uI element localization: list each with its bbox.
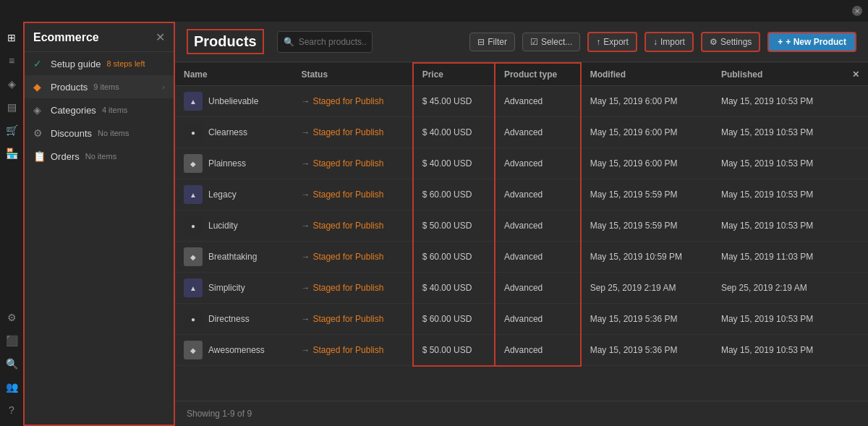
table-container: Name Status Price Product type Modified …: [175, 62, 868, 401]
table-row[interactable]: ▲ Unbelievable → Staged for Publish $ 45…: [175, 86, 868, 117]
table-row[interactable]: ● Clearness → Staged for Publish $ 40.00…: [175, 117, 868, 148]
title-bar: ✕: [0, 0, 868, 22]
search-input[interactable]: [299, 37, 366, 47]
close-button[interactable]: ✕: [852, 6, 862, 16]
iconbar-search[interactable]: 🔍: [1, 354, 22, 374]
sidebar-item-products[interactable]: ◆ Products 9 items ›: [25, 75, 174, 98]
product-name: Lucidity: [208, 221, 238, 231]
table-row[interactable]: ◆ Awesomeness → Staged for Publish $ 50.…: [175, 335, 868, 366]
new-product-button[interactable]: + + New Product: [767, 32, 856, 52]
cell-price: $ 60.00 USD: [413, 179, 495, 210]
cell-status: → Staged for Publish: [292, 242, 412, 273]
sidebar-categories-label: Categories: [51, 105, 96, 116]
table-row[interactable]: ▲ Legacy → Staged for Publish $ 60.00 US…: [175, 179, 868, 210]
products-icon: ◆: [33, 81, 45, 93]
sidebar-item-categories[interactable]: ◈ Categories 4 items: [25, 98, 174, 122]
settings-icon: ⚙: [710, 37, 718, 47]
sidebar-discounts-badge: No items: [98, 129, 129, 137]
plus-icon: +: [778, 37, 783, 47]
select-label: Select...: [541, 37, 572, 47]
sidebar-item-orders[interactable]: 📋 Orders No items: [25, 145, 174, 168]
table-row[interactable]: ● Directness → Staged for Publish $ 60.0…: [175, 304, 868, 335]
import-label: Import: [660, 37, 685, 47]
page-title: Products: [187, 29, 264, 54]
cell-extra: [843, 86, 868, 117]
ecommerce-panel: Ecommerce ✕ ✓ Setup guide 8 steps left ◆…: [23, 22, 175, 426]
chevron-right-icon: ›: [162, 82, 165, 91]
export-label: Export: [603, 37, 629, 47]
arrow-right-icon: →: [301, 221, 310, 231]
cell-modified: May 15, 2019 6:00 PM: [581, 86, 712, 117]
main-content: Products 🔍 ⊟ Filter ☑ Select... ↑ Export…: [175, 22, 868, 426]
export-button[interactable]: ↑ Export: [587, 32, 637, 52]
cell-status: → Staged for Publish: [292, 179, 412, 210]
iconbar-users[interactable]: 👥: [1, 377, 22, 397]
arrow-right-icon: →: [301, 127, 310, 137]
iconbar-settings[interactable]: ⚙: [1, 307, 22, 328]
iconbar-store[interactable]: 🏪: [1, 143, 22, 163]
iconbar-layers[interactable]: ▤: [1, 97, 22, 117]
iconbar-tag[interactable]: ◈: [1, 74, 22, 94]
arrow-right-icon: →: [301, 314, 310, 324]
col-header-name: Name: [175, 63, 292, 86]
sidebar-orders-label: Orders: [51, 151, 80, 162]
cell-published: May 15, 2019 10:53 PM: [712, 86, 843, 117]
cell-status: → Staged for Publish: [292, 335, 412, 366]
table-footer-text: Showing 1-9 of 9: [187, 409, 252, 419]
iconbar-bug[interactable]: ⬛: [1, 331, 22, 351]
import-button[interactable]: ↓ Import: [644, 32, 694, 52]
cell-modified: Sep 25, 2019 2:19 AM: [581, 273, 712, 304]
product-thumbnail: ◆: [184, 341, 203, 359]
arrow-right-icon: →: [301, 96, 310, 106]
iconbar-cart[interactable]: 🛒: [1, 120, 22, 140]
table-row[interactable]: ◆ Plainness → Staged for Publish $ 40.00…: [175, 148, 868, 179]
table-row[interactable]: ▲ Simplicity → Staged for Publish $ 40.0…: [175, 273, 868, 304]
cell-published: May 15, 2019 10:53 PM: [712, 117, 843, 148]
product-name: Simplicity: [208, 283, 245, 293]
cell-name: ▲ Legacy: [175, 179, 292, 210]
table-row[interactable]: ● Lucidity → Staged for Publish $ 50.00 …: [175, 210, 868, 242]
col-header-published: Published: [712, 63, 843, 86]
product-name: Clearness: [208, 127, 247, 137]
cell-published: May 15, 2019 10:53 PM: [712, 335, 843, 366]
cell-extra: [843, 304, 868, 335]
export-icon: ↑: [596, 37, 600, 47]
product-thumbnail: ◆: [184, 247, 203, 266]
product-thumbnail: ●: [184, 216, 203, 235]
product-name: Legacy: [208, 189, 237, 200]
search-icon: 🔍: [284, 37, 294, 47]
status-badge: Staged for Publish: [312, 252, 383, 262]
product-thumbnail: ▲: [184, 278, 203, 297]
filter-label: Filter: [488, 37, 507, 47]
sidebar-item-setup-guide[interactable]: ✓ Setup guide 8 steps left: [25, 52, 174, 75]
cell-product-type: Advanced: [495, 242, 581, 273]
app-layout: ⊞ ≡ ◈ ▤ 🛒 🏪 ⚙ ⬛ 🔍 👥 ? Ecommerce ✕ ✓ Setu…: [0, 22, 868, 426]
status-badge: Staged for Publish: [312, 345, 383, 355]
col-header-modified: Modified: [581, 63, 712, 86]
filter-button[interactable]: ⊟ Filter: [469, 33, 515, 51]
settings-button[interactable]: ⚙ Settings: [701, 32, 760, 52]
cell-published: May 15, 2019 10:53 PM: [712, 304, 843, 335]
cell-published: May 15, 2019 10:53 PM: [712, 210, 843, 242]
cell-product-type: Advanced: [495, 210, 581, 242]
select-button[interactable]: ☑ Select...: [522, 33, 580, 51]
iconbar-menu[interactable]: ≡: [1, 51, 22, 71]
discounts-icon: ⚙: [33, 127, 45, 139]
ecommerce-close-button[interactable]: ✕: [156, 30, 165, 44]
cell-name: ▲ Simplicity: [175, 273, 292, 304]
cell-price: $ 40.00 USD: [413, 273, 495, 304]
status-badge: Staged for Publish: [312, 189, 383, 200]
cell-price: $ 50.00 USD: [413, 335, 495, 366]
ecommerce-title: Ecommerce: [33, 31, 99, 44]
cell-name: ◆ Breathtaking: [175, 242, 292, 273]
cell-name: ● Clearness: [175, 117, 292, 148]
import-icon: ↓: [653, 37, 658, 47]
iconbar-help[interactable]: ?: [1, 400, 22, 420]
table-row[interactable]: ◆ Breathtaking → Staged for Publish $ 60…: [175, 242, 868, 273]
iconbar-grid[interactable]: ⊞: [1, 27, 22, 48]
sidebar-item-discounts[interactable]: ⚙ Discounts No items: [25, 122, 174, 145]
cell-status: → Staged for Publish: [292, 304, 412, 335]
search-box[interactable]: 🔍: [277, 31, 373, 53]
cell-product-type: Advanced: [495, 304, 581, 335]
col-header-price: Price: [413, 63, 495, 86]
